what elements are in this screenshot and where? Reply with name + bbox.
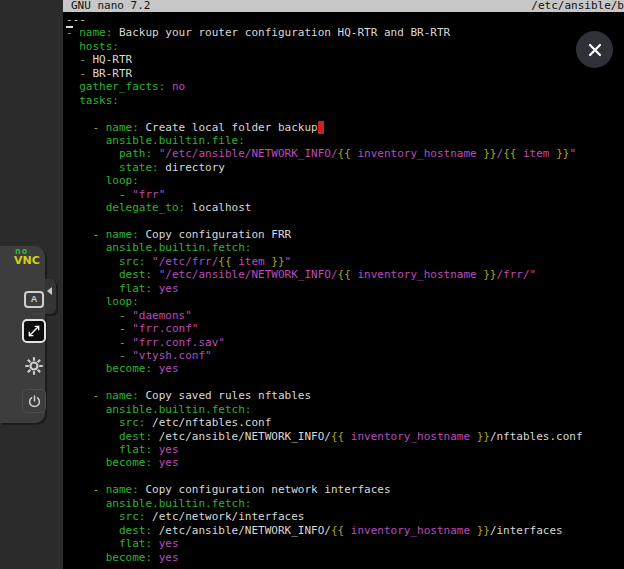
code-line: delegate_to: localhost: [66, 201, 624, 214]
code-line: tasks:: [66, 94, 624, 107]
code-line: become: yes: [66, 362, 624, 375]
code-line: path: "/etc/ansible/NETWORK_INFO/{{ inve…: [66, 147, 624, 160]
power-button[interactable]: [22, 389, 46, 413]
code-line: [66, 470, 624, 483]
screen: GNU nano 7.2 /etc/ansible/b ---- name: B…: [0, 0, 624, 569]
control-bar-handle[interactable]: [45, 279, 56, 314]
keyboard-key-icon: A: [24, 291, 44, 308]
code-line: loop:: [66, 174, 624, 187]
gear-icon: [24, 356, 44, 376]
code-line: ansible.builtin.fetch:: [66, 403, 624, 416]
code-line: [66, 376, 624, 389]
code-line: ---: [66, 13, 624, 26]
code-line: - name: Backup your router configuration…: [66, 26, 624, 39]
code-line: become: yes: [66, 551, 624, 564]
code-line: [66, 107, 624, 120]
code-line: ansible.builtin.fetch:: [66, 497, 624, 510]
code-line: gather_facts: no: [66, 80, 624, 93]
code-line: flat: yes: [66, 282, 624, 295]
code-line: src: /etc/network/interfaces: [66, 510, 624, 523]
code-line: - name: Copy configuration network inter…: [66, 483, 624, 496]
code-line: flat: yes: [66, 443, 624, 456]
code-line: src: "/etc/frr/{{ item }}": [66, 255, 624, 268]
close-button[interactable]: [576, 31, 613, 68]
settings-button[interactable]: [22, 354, 46, 378]
code-line: ansible.builtin.fetch:: [66, 241, 624, 254]
code-line: - "frr.conf.sav": [66, 336, 624, 349]
close-icon: [588, 43, 602, 57]
code-line: - "vtysh.conf": [66, 349, 624, 362]
novnc-logo-vnc: VNC: [14, 255, 40, 266]
code-line: - HQ-RTR: [66, 53, 624, 66]
power-icon: [27, 394, 42, 409]
text-cursor: [318, 121, 325, 134]
code-line: state: directory: [66, 161, 624, 174]
code-line: dest: /etc/ansible/NETWORK_INFO/{{ inven…: [66, 430, 624, 443]
novnc-logo: no VNC: [14, 248, 40, 266]
code-line: - name: Copy configuration FRR: [66, 228, 624, 241]
code-line: [66, 215, 624, 228]
nano-file-path: /etc/ansible/b: [531, 0, 624, 12]
code-line: src: /etc/nftables.conf: [66, 416, 624, 429]
code-line: ansible.builtin.file:: [66, 134, 624, 147]
code-line: flat: yes: [66, 537, 624, 550]
fullscreen-icon: [27, 324, 41, 338]
editor-content[interactable]: ---- name: Backup your router configurat…: [63, 12, 624, 564]
nano-app-title: GNU nano 7.2: [71, 0, 150, 12]
terminal-window[interactable]: GNU nano 7.2 /etc/ansible/b ---- name: B…: [63, 0, 624, 569]
code-line: - name: Create local folder backup: [66, 121, 624, 134]
code-line: - "frr.conf": [66, 322, 624, 335]
fullscreen-button[interactable]: [22, 319, 46, 343]
code-line: loop:: [66, 295, 624, 308]
code-line: become: yes: [66, 456, 624, 469]
nano-titlebar: GNU nano 7.2 /etc/ansible/b: [63, 0, 624, 12]
keyboard-button[interactable]: A: [22, 287, 46, 311]
vnc-control-bar: no VNC A: [0, 246, 45, 423]
collapse-arrow-icon: [47, 287, 52, 295]
code-line: - name: Copy saved rules nftables: [66, 389, 624, 402]
code-line: - "frr": [66, 188, 624, 201]
code-line: - BR-RTR: [66, 67, 624, 80]
code-line: dest: /etc/ansible/NETWORK_INFO/{{ inven…: [66, 524, 624, 537]
code-line: - "daemons": [66, 309, 624, 322]
code-line: hosts:: [66, 40, 624, 53]
code-line: dest: "/etc/ansible/NETWORK_INFO/{{ inve…: [66, 268, 624, 281]
